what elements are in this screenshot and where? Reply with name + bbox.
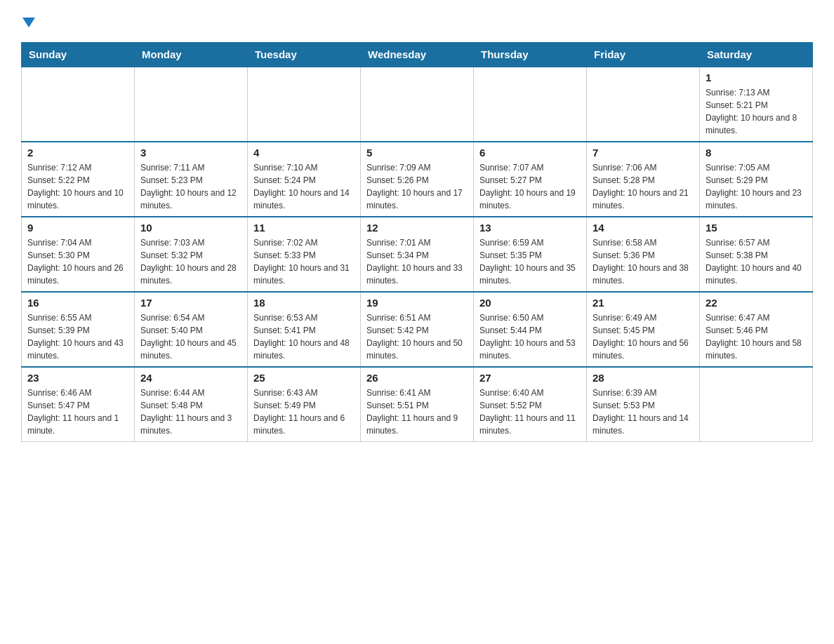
- day-info: Sunrise: 6:55 AM Sunset: 5:39 PM Dayligh…: [27, 311, 128, 362]
- weekday-header-friday: Friday: [587, 43, 700, 67]
- day-number: 27: [479, 372, 581, 384]
- day-info: Sunrise: 6:49 AM Sunset: 5:45 PM Dayligh…: [593, 311, 694, 362]
- day-number: 2: [27, 147, 128, 159]
- calendar-cell: 7Sunrise: 7:06 AM Sunset: 5:28 PM Daylig…: [587, 142, 700, 217]
- logo: [21, 14, 35, 31]
- weekday-header-saturday: Saturday: [700, 43, 813, 67]
- calendar-cell: 3Sunrise: 7:11 AM Sunset: 5:23 PM Daylig…: [135, 142, 248, 217]
- day-info: Sunrise: 7:13 AM Sunset: 5:21 PM Dayligh…: [706, 86, 807, 137]
- calendar-cell: 23Sunrise: 6:46 AM Sunset: 5:47 PM Dayli…: [22, 367, 135, 442]
- day-info: Sunrise: 6:44 AM Sunset: 5:48 PM Dayligh…: [140, 387, 241, 437]
- day-number: 24: [140, 372, 241, 384]
- weekday-header-tuesday: Tuesday: [248, 43, 361, 67]
- day-info: Sunrise: 6:39 AM Sunset: 5:53 PM Dayligh…: [593, 387, 694, 437]
- day-info: Sunrise: 6:54 AM Sunset: 5:40 PM Dayligh…: [140, 311, 241, 362]
- day-info: Sunrise: 7:07 AM Sunset: 5:27 PM Dayligh…: [479, 161, 581, 212]
- calendar-cell: 4Sunrise: 7:10 AM Sunset: 5:24 PM Daylig…: [248, 142, 361, 217]
- day-number: 5: [366, 147, 468, 159]
- day-info: Sunrise: 6:53 AM Sunset: 5:41 PM Dayligh…: [253, 311, 355, 362]
- calendar-cell: 1Sunrise: 7:13 AM Sunset: 5:21 PM Daylig…: [700, 67, 813, 142]
- day-number: 11: [253, 222, 355, 234]
- day-info: Sunrise: 7:09 AM Sunset: 5:26 PM Dayligh…: [366, 161, 468, 212]
- day-number: 21: [593, 297, 694, 309]
- day-number: 3: [140, 147, 241, 159]
- calendar-cell: 22Sunrise: 6:47 AM Sunset: 5:46 PM Dayli…: [700, 292, 813, 367]
- day-info: Sunrise: 7:06 AM Sunset: 5:28 PM Dayligh…: [593, 161, 694, 212]
- calendar-cell: 13Sunrise: 6:59 AM Sunset: 5:35 PM Dayli…: [474, 217, 587, 292]
- calendar-week-row: 9Sunrise: 7:04 AM Sunset: 5:30 PM Daylig…: [22, 217, 813, 292]
- calendar-cell: 16Sunrise: 6:55 AM Sunset: 5:39 PM Dayli…: [22, 292, 135, 367]
- day-info: Sunrise: 6:43 AM Sunset: 5:49 PM Dayligh…: [253, 387, 355, 437]
- day-info: Sunrise: 6:46 AM Sunset: 5:47 PM Dayligh…: [27, 387, 128, 437]
- calendar-cell: [361, 67, 474, 142]
- day-number: 18: [253, 297, 355, 309]
- calendar-cell: 6Sunrise: 7:07 AM Sunset: 5:27 PM Daylig…: [474, 142, 587, 217]
- day-info: Sunrise: 7:02 AM Sunset: 5:33 PM Dayligh…: [253, 236, 355, 287]
- day-number: 28: [593, 372, 694, 384]
- calendar-week-row: 1Sunrise: 7:13 AM Sunset: 5:21 PM Daylig…: [22, 67, 813, 142]
- weekday-header-sunday: Sunday: [22, 43, 135, 67]
- calendar-table: SundayMondayTuesdayWednesdayThursdayFrid…: [21, 42, 813, 442]
- day-number: 6: [479, 147, 581, 159]
- day-info: Sunrise: 6:50 AM Sunset: 5:44 PM Dayligh…: [479, 311, 581, 362]
- calendar-cell: 14Sunrise: 6:58 AM Sunset: 5:36 PM Dayli…: [587, 217, 700, 292]
- calendar-cell: 25Sunrise: 6:43 AM Sunset: 5:49 PM Dayli…: [248, 367, 361, 442]
- day-number: 1: [706, 72, 807, 83]
- day-number: 19: [366, 297, 468, 309]
- calendar-cell: 20Sunrise: 6:50 AM Sunset: 5:44 PM Dayli…: [474, 292, 587, 367]
- calendar-cell: 9Sunrise: 7:04 AM Sunset: 5:30 PM Daylig…: [22, 217, 135, 292]
- weekday-header-wednesday: Wednesday: [361, 43, 474, 67]
- day-number: 16: [27, 297, 128, 309]
- day-number: 9: [27, 222, 128, 234]
- calendar-cell: 2Sunrise: 7:12 AM Sunset: 5:22 PM Daylig…: [22, 142, 135, 217]
- calendar-cell: 21Sunrise: 6:49 AM Sunset: 5:45 PM Dayli…: [587, 292, 700, 367]
- day-info: Sunrise: 6:40 AM Sunset: 5:52 PM Dayligh…: [479, 387, 581, 437]
- day-info: Sunrise: 6:57 AM Sunset: 5:38 PM Dayligh…: [706, 236, 807, 287]
- day-number: 26: [366, 372, 468, 384]
- day-info: Sunrise: 7:11 AM Sunset: 5:23 PM Dayligh…: [140, 161, 241, 212]
- weekday-header-monday: Monday: [135, 43, 248, 67]
- calendar-week-row: 23Sunrise: 6:46 AM Sunset: 5:47 PM Dayli…: [22, 367, 813, 442]
- calendar-cell: 10Sunrise: 7:03 AM Sunset: 5:32 PM Dayli…: [135, 217, 248, 292]
- calendar-cell: [700, 367, 813, 442]
- day-info: Sunrise: 7:04 AM Sunset: 5:30 PM Dayligh…: [27, 236, 128, 287]
- logo-triangle-icon: [22, 18, 35, 27]
- day-number: 23: [27, 372, 128, 384]
- day-info: Sunrise: 6:51 AM Sunset: 5:42 PM Dayligh…: [366, 311, 468, 362]
- day-info: Sunrise: 7:12 AM Sunset: 5:22 PM Dayligh…: [27, 161, 128, 212]
- day-number: 13: [479, 222, 581, 234]
- calendar-cell: 17Sunrise: 6:54 AM Sunset: 5:40 PM Dayli…: [135, 292, 248, 367]
- calendar-cell: 18Sunrise: 6:53 AM Sunset: 5:41 PM Dayli…: [248, 292, 361, 367]
- day-info: Sunrise: 6:47 AM Sunset: 5:46 PM Dayligh…: [706, 311, 807, 362]
- weekday-header-thursday: Thursday: [474, 43, 587, 67]
- day-number: 10: [140, 222, 241, 234]
- day-number: 7: [593, 147, 694, 159]
- calendar-cell: 28Sunrise: 6:39 AM Sunset: 5:53 PM Dayli…: [587, 367, 700, 442]
- calendar-cell: 11Sunrise: 7:02 AM Sunset: 5:33 PM Dayli…: [248, 217, 361, 292]
- calendar-cell: [135, 67, 248, 142]
- day-number: 20: [479, 297, 581, 309]
- day-number: 8: [706, 147, 807, 159]
- calendar-cell: 27Sunrise: 6:40 AM Sunset: 5:52 PM Dayli…: [474, 367, 587, 442]
- calendar-cell: [248, 67, 361, 142]
- calendar-cell: 5Sunrise: 7:09 AM Sunset: 5:26 PM Daylig…: [361, 142, 474, 217]
- page-header: [21, 14, 813, 31]
- calendar-header-row: SundayMondayTuesdayWednesdayThursdayFrid…: [22, 43, 813, 67]
- day-number: 25: [253, 372, 355, 384]
- calendar-cell: 8Sunrise: 7:05 AM Sunset: 5:29 PM Daylig…: [700, 142, 813, 217]
- day-number: 17: [140, 297, 241, 309]
- day-info: Sunrise: 7:10 AM Sunset: 5:24 PM Dayligh…: [253, 161, 355, 212]
- day-info: Sunrise: 7:05 AM Sunset: 5:29 PM Dayligh…: [706, 161, 807, 212]
- calendar-cell: 19Sunrise: 6:51 AM Sunset: 5:42 PM Dayli…: [361, 292, 474, 367]
- day-number: 14: [593, 222, 694, 234]
- day-number: 15: [706, 222, 807, 234]
- day-info: Sunrise: 6:41 AM Sunset: 5:51 PM Dayligh…: [366, 387, 468, 437]
- day-number: 4: [253, 147, 355, 159]
- calendar-week-row: 2Sunrise: 7:12 AM Sunset: 5:22 PM Daylig…: [22, 142, 813, 217]
- calendar-week-row: 16Sunrise: 6:55 AM Sunset: 5:39 PM Dayli…: [22, 292, 813, 367]
- calendar-cell: 26Sunrise: 6:41 AM Sunset: 5:51 PM Dayli…: [361, 367, 474, 442]
- calendar-cell: 12Sunrise: 7:01 AM Sunset: 5:34 PM Dayli…: [361, 217, 474, 292]
- calendar-cell: 15Sunrise: 6:57 AM Sunset: 5:38 PM Dayli…: [700, 217, 813, 292]
- calendar-cell: [22, 67, 135, 142]
- day-number: 22: [706, 297, 807, 309]
